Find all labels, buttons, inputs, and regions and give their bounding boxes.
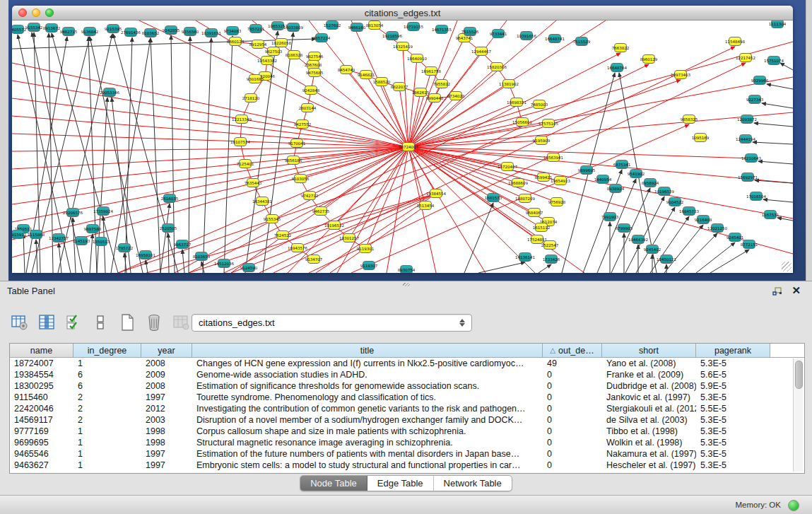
graph-node[interactable]: 1862615 (414, 88, 427, 97)
close-window-button[interactable] (18, 8, 27, 17)
graph-node[interactable]: 8103056 (294, 174, 307, 183)
graph-node[interactable]: 20206576 (66, 208, 79, 217)
graph-node[interactable]: 12217452 (739, 53, 752, 62)
table-row[interactable]: 946362711997Embryonic stem cells: a mode… (10, 460, 804, 471)
table-cell[interactable]: 9115460 (10, 392, 73, 403)
merge-tables-icon[interactable] (90, 313, 110, 332)
graph-node[interactable]: 9733441 (492, 29, 505, 38)
graph-node[interactable]: 2803144 (301, 103, 314, 112)
graph-node[interactable]: 8990448 (428, 93, 441, 103)
graph-node[interactable]: 19218596 (386, 31, 399, 40)
table-cell[interactable]: 1 (73, 426, 141, 437)
graph-node[interactable]: 9124590 (242, 263, 255, 272)
table-cell[interactable]: de Silva et al. (2003) (602, 414, 696, 426)
graph-node[interactable]: 9742712 (303, 191, 316, 200)
table-cell[interactable]: 0 (543, 380, 602, 392)
graph-node[interactable]: 8912954 (252, 40, 264, 49)
graph-node[interactable]: 9245401 (729, 233, 741, 242)
table-cell[interactable]: 9463627 (10, 460, 73, 471)
graph-node[interactable]: 18724007 (402, 142, 415, 151)
table-cell[interactable]: 9777169 (10, 426, 73, 437)
graph-node[interactable]: 10464392 (632, 235, 645, 244)
table-cell[interactable]: 18724007 (10, 358, 73, 369)
graph-node[interactable]: 7125401 (239, 159, 252, 168)
tab-node-table[interactable]: Node Table (300, 476, 367, 491)
graph-node[interactable]: 18698321 (510, 98, 523, 107)
table-cell[interactable]: Franke et al. (2009) (602, 369, 696, 380)
graph-node[interactable]: 1405572 (12, 25, 24, 34)
graph-node[interactable]: 7991903 (604, 212, 616, 221)
graph-node[interactable]: 14512036 (218, 259, 230, 268)
network-window[interactable]: citations_edges.txt 86601238912954182260… (12, 6, 793, 272)
graph-node[interactable]: 9301685 (249, 74, 261, 83)
graph-node[interactable]: 9858325 (683, 115, 695, 124)
graph-node[interactable]: 9541902 (630, 169, 642, 178)
graph-node[interactable]: 9856186 (287, 156, 300, 165)
column-select-icon[interactable] (37, 313, 57, 332)
graph-node[interactable]: 18301257 (343, 233, 355, 243)
graph-node[interactable]: 10196539 (658, 187, 671, 196)
graph-node[interactable]: 12444194 (739, 134, 752, 144)
table-cell[interactable]: 9699695 (10, 437, 73, 448)
graph-node[interactable]: 19654923 (554, 176, 567, 185)
table-cell[interactable]: 0 (543, 414, 602, 426)
graph-node[interactable]: 9245402 (646, 245, 659, 254)
table-cell[interactable]: 1997 (141, 460, 192, 471)
graph-node[interactable]: 16845733 (683, 206, 695, 216)
table-cell[interactable]: Stergiakouli et al. (2012) (602, 403, 696, 414)
table-row[interactable]: 969969511998Structural magnetic resonanc… (10, 437, 804, 448)
column-header-pagerank[interactable]: pagerank (696, 344, 770, 358)
graph-node[interactable]: 16958101 (139, 250, 152, 259)
table-cell[interactable]: 1998 (141, 426, 192, 437)
graph-node[interactable]: 1733426 (545, 255, 558, 264)
graph-node[interactable]: 10196532 (328, 221, 341, 230)
column-header-in_degree[interactable]: in_degree (73, 344, 141, 358)
graph-node[interactable]: 18325419 (396, 42, 409, 51)
row-check-icon[interactable] (64, 313, 83, 332)
table-selector-dropdown[interactable]: citations_edges.txt (192, 314, 472, 332)
graph-node[interactable]: 9215395 (107, 24, 119, 33)
zoom-window-button[interactable] (45, 8, 54, 17)
graph-node[interactable]: 17016504 (750, 192, 763, 201)
graph-node[interactable]: 9195909 (535, 136, 548, 145)
graph-node[interactable]: 15720407 (501, 162, 514, 171)
table-row[interactable]: 1456911722003Disruption of a novel membe… (10, 414, 804, 426)
table-cell[interactable]: 14569117 (10, 414, 73, 426)
network-window-titlebar[interactable]: citations_edges.txt (12, 6, 793, 21)
graph-node[interactable]: 20053346 (103, 88, 116, 97)
table-cell[interactable]: 2009 (141, 369, 192, 380)
graph-node[interactable]: 8772151 (743, 240, 755, 249)
graph-node[interactable]: 9136842 (83, 27, 96, 36)
graph-node[interactable]: 17359924 (97, 206, 110, 216)
table-cell[interactable]: Tibbo et al. (1998) (602, 426, 696, 437)
import-table-icon[interactable] (171, 313, 191, 332)
table-cell[interactable]: Estimation of significance thresholds fo… (192, 380, 543, 392)
graph-node[interactable]: 16648784 (611, 63, 623, 72)
graph-node[interactable]: 17575105 (542, 119, 555, 128)
graph-node[interactable]: 11381902 (502, 79, 515, 88)
table-cell[interactable]: Wolkin et al. (1998) (602, 437, 696, 448)
graph-node[interactable]: 8454749 (340, 65, 353, 74)
graph-node[interactable]: 9104522 (669, 197, 681, 206)
graph-node[interactable]: 1527602 (326, 21, 339, 30)
table-row[interactable]: 1938455462009Genome-wide association stu… (10, 369, 804, 380)
graph-node[interactable]: 14136141 (519, 252, 531, 262)
graph-node[interactable]: 11548498 (729, 37, 741, 46)
graph-node[interactable]: 10391651 (205, 28, 218, 37)
table-cell[interactable]: 0 (543, 392, 602, 403)
graph-node[interactable]: 10688609 (512, 178, 524, 187)
graph-node[interactable]: 12342757 (52, 233, 65, 243)
graph-node[interactable]: 1095169 (694, 133, 707, 142)
graph-node[interactable]: 7663822 (614, 43, 627, 52)
graph-node[interactable]: 9756928 (551, 197, 563, 206)
graph-node[interactable]: 9146821 (360, 70, 372, 79)
table-cell[interactable]: 1997 (141, 392, 192, 403)
table-cell[interactable]: Corpus callosum shape and size in male p… (192, 426, 543, 437)
table-cell[interactable]: 5.9E-5 (696, 380, 770, 392)
graph-node[interactable]: 16033809 (287, 23, 300, 32)
table-scrollbar[interactable] (793, 358, 803, 472)
graph-node[interactable]: 15056601 (516, 117, 529, 127)
table-cell[interactable]: 5.3E-5 (696, 358, 770, 369)
table-cell[interactable]: 6 (73, 380, 141, 392)
graph-node[interactable]: 9155345 (266, 214, 278, 223)
